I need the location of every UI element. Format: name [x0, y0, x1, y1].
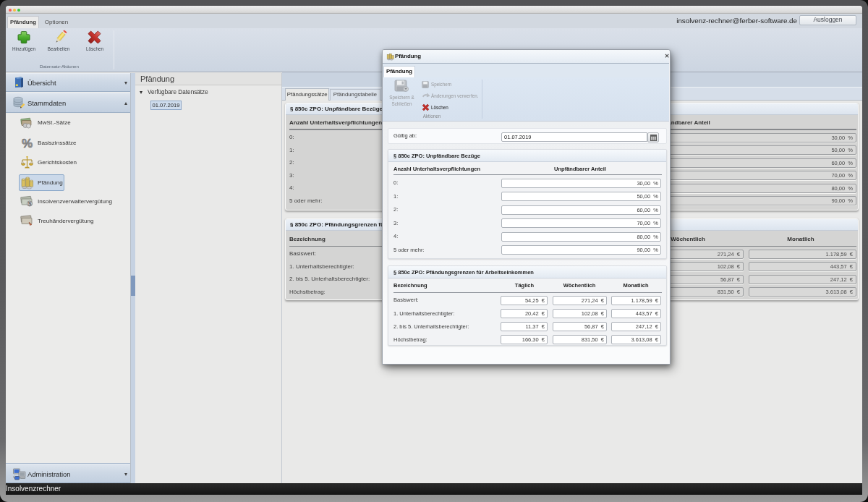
svg-text:%: %: [22, 137, 33, 150]
svg-text:S: S: [28, 201, 32, 206]
